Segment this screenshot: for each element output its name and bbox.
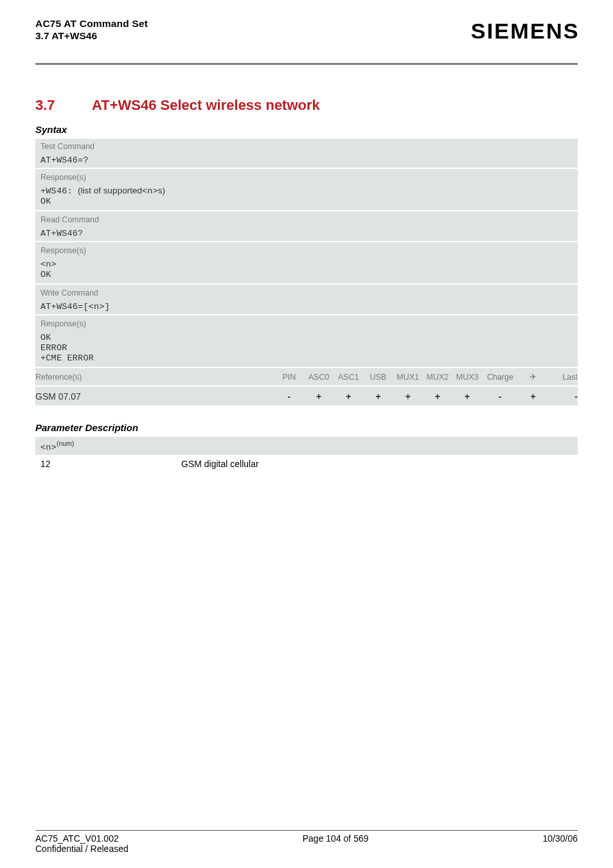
divider	[35, 385, 578, 387]
footer-date: 10/30/06	[543, 833, 578, 854]
page-header: AC75 AT Command Set 3.7 AT+WS46 SIEMENS	[35, 18, 578, 57]
val-asc1: +	[346, 391, 351, 402]
test-response-label: Response(s)	[35, 169, 578, 183]
test-command-value: AT+WS46=?	[40, 155, 89, 165]
footer-left: AC75_ATC_V01.002 Confidential / Released	[35, 833, 129, 854]
doc-title: AC75 AT Command Set	[35, 18, 148, 30]
write-response-value: OK ERROR +CME ERROR	[35, 330, 578, 367]
val-charge: -	[499, 391, 502, 402]
parameter-description-label: Parameter Description	[35, 422, 578, 433]
write-response-cme: +CME ERROR	[40, 353, 94, 363]
col-airplane-icon: ✈	[519, 368, 548, 383]
test-response-text1: (list of supported	[78, 186, 142, 195]
col-usb: USB	[363, 368, 393, 383]
col-last: Last	[548, 368, 578, 383]
write-command-label: Write Command	[35, 285, 578, 299]
write-command-left-bracket: [	[83, 302, 88, 312]
section-heading: 3.7 AT+WS46 Select wireless network	[35, 97, 578, 114]
col-mux1: MUX1	[393, 368, 423, 383]
read-command-label: Read Command	[35, 211, 578, 226]
val-pin: -	[288, 391, 291, 402]
parameter-value-number: 12	[35, 459, 181, 469]
syntax-panel: Test Command AT+WS46=? Response(s) +WS46…	[35, 139, 578, 405]
brand-logo: SIEMENS	[471, 19, 580, 44]
write-response-error: ERROR	[40, 343, 67, 353]
val-last: -	[574, 391, 578, 402]
test-response-text2: s)	[158, 186, 165, 195]
page-footer: AC75_ATC_V01.002 Confidential / Released…	[35, 830, 578, 854]
section-number: 3.7	[35, 97, 92, 114]
col-asc1: ASC1	[333, 368, 363, 383]
test-command-label: Test Command	[35, 139, 578, 152]
syntax-label: Syntax	[35, 124, 578, 135]
val-mux1: +	[405, 391, 411, 402]
footer-version: AC75_ATC_V01.002	[35, 833, 119, 844]
col-pin: PIN	[274, 368, 304, 383]
reference-value: GSM 07.07	[35, 389, 274, 405]
read-command-value: AT+WS46?	[40, 229, 83, 238]
read-response-ok: OK	[40, 270, 51, 279]
param-n-link[interactable]: <n>	[40, 443, 57, 452]
col-mux3: MUX3	[452, 368, 482, 383]
read-response-label: Response(s)	[35, 242, 578, 256]
footer-confidential: Confidential / Released	[35, 844, 129, 854]
col-charge: Charge	[482, 368, 518, 383]
write-command-n-link[interactable]: <n>	[89, 302, 105, 312]
val-airplane: +	[531, 391, 536, 402]
write-command-right-bracket: ]	[105, 302, 110, 312]
reference-table: Reference(s) PIN ASC0 ASC1 USB MUX1 MUX2…	[35, 368, 578, 405]
section-title: AT+WS46 Select wireless network	[92, 97, 320, 114]
parameter-name-box: <n>(num)	[35, 437, 578, 455]
val-usb: +	[375, 391, 380, 402]
val-asc0: +	[316, 391, 321, 402]
write-response-ok: OK	[40, 333, 51, 342]
doc-section-label: 3.7 AT+WS46	[35, 30, 148, 42]
parameter-value-row: 12 GSM digital cellular	[35, 459, 578, 469]
write-command-value: AT+WS46=[<n>]	[35, 299, 578, 314]
test-response-prefix: +WS46:	[40, 186, 78, 196]
read-response-value: <n> OK	[35, 256, 578, 283]
val-mux3: +	[465, 391, 470, 402]
header-divider	[35, 63, 578, 65]
test-response-n-link[interactable]: <n>	[142, 186, 158, 196]
col-asc0: ASC0	[304, 368, 333, 383]
write-response-label: Response(s)	[35, 315, 578, 330]
col-mux2: MUX2	[423, 368, 452, 383]
test-response-value: +WS46: (list of supported<n>s) OK	[35, 183, 578, 210]
parameter-value-description: GSM digital cellular	[181, 459, 259, 469]
write-command-prefix: AT+WS46=	[40, 302, 83, 312]
test-response-ok: OK	[40, 197, 51, 206]
param-n-superscript: (num)	[57, 439, 74, 447]
val-mux2: +	[435, 391, 440, 402]
reference-label: Reference(s)	[35, 368, 274, 383]
header-left: AC75 AT Command Set 3.7 AT+WS46	[35, 18, 148, 42]
footer-divider	[35, 830, 578, 831]
reference-block: Reference(s) PIN ASC0 ASC1 USB MUX1 MUX2…	[35, 367, 578, 405]
footer-page-number: Page 104 of 569	[303, 833, 369, 854]
read-response-n-link[interactable]: <n>	[40, 260, 57, 269]
